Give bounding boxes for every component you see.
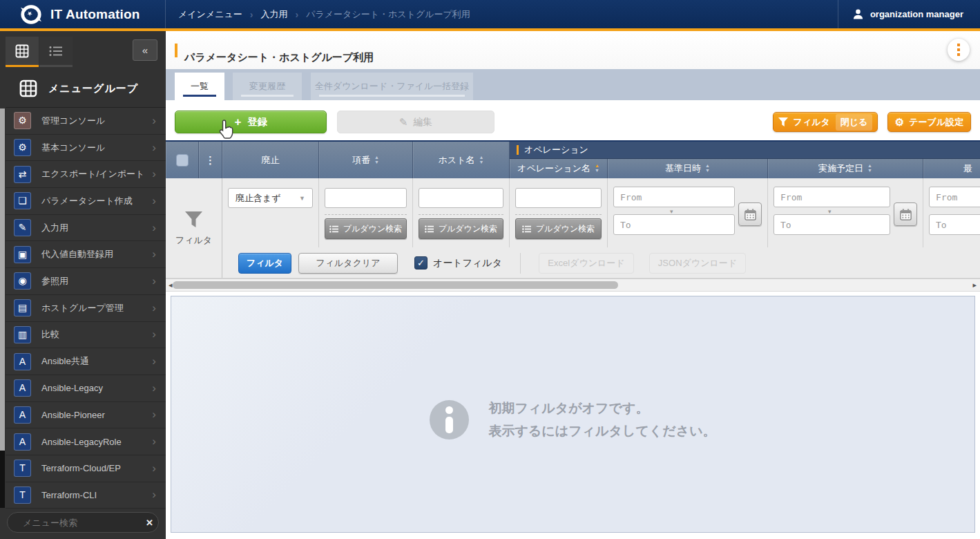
filter-toggle-button[interactable]: フィルタ 閉じる (773, 112, 878, 132)
tab-bulk-download-register[interactable]: 全件ダウンロード・ファイル一括登録 (311, 73, 473, 100)
column-header-host-name[interactable]: ホスト名 ▲▼ (413, 142, 510, 178)
pencil-icon: ✎ (14, 219, 31, 236)
sidebar-item-basic-console[interactable]: ⚙ 基本コンソール › (6, 135, 166, 162)
base-datetime-to-input[interactable] (613, 214, 735, 235)
json-download-button[interactable]: JSONダウンロード (649, 253, 746, 274)
scheduled-date-to-input[interactable] (774, 214, 890, 235)
scrollbar-thumb[interactable] (173, 281, 618, 289)
column-header-item-number[interactable]: 項番 ▲▼ (319, 142, 413, 178)
sort-icons[interactable]: ▲▼ (479, 155, 483, 165)
last-updated-from-input[interactable] (929, 187, 980, 207)
sidebar-scrollbar-thumb[interactable] (0, 108, 5, 451)
table-header: ⋮ 廃止 項番 ▲▼ ホスト名 ▲▼ オペレーション オペレーショ (166, 140, 980, 178)
sidebar-item-sheet-create[interactable]: ❏ パラメータシート作成 › (6, 188, 166, 215)
sidebar-item-ansible-common[interactable]: A Ansible共通 › (6, 348, 166, 375)
calendar-button[interactable] (738, 202, 762, 226)
sort-icons[interactable]: ▲▼ (595, 164, 599, 173)
filter-apply-button[interactable]: フィルタ (238, 253, 291, 274)
breadcrumb-main-menu[interactable]: メインメニュー (178, 8, 242, 21)
register-button[interactable]: + 登録 (175, 111, 327, 133)
sidebar-item-substitution-auto-reg[interactable]: ▣ 代入値自動登録用 › (6, 241, 166, 268)
sidebar-item-input[interactable]: ✎ 入力用 › (6, 215, 166, 242)
select-all-checkbox[interactable] (176, 154, 189, 167)
sidebar-item-admin-console[interactable]: ⚙ 管理コンソール › (6, 108, 166, 135)
chevron-right-icon: › (152, 114, 156, 128)
sidebar-scrollbar[interactable] (0, 108, 5, 508)
content-tab-bar: 一覧 変更履歴 全件ダウンロード・ファイル一括登録 (166, 69, 980, 100)
row-menu-column[interactable]: ⋮ (199, 142, 222, 178)
breadcrumb-input[interactable]: 入力用 (261, 8, 288, 21)
scroll-left-icon[interactable]: ◂ (169, 281, 173, 290)
sidebar-item-terraform-cloud-ep[interactable]: T Terraform-Cloud/EP › (6, 455, 166, 482)
column-header-scheduled-date[interactable]: 実施予定日 ▲▼ (768, 159, 923, 178)
tab-change-history[interactable]: 変更履歴 (233, 73, 302, 100)
column-header-last-truncated[interactable]: 最 (923, 159, 980, 178)
sort-icons[interactable]: ▲▼ (867, 164, 872, 173)
filter-close-segment[interactable]: 閉じる (836, 114, 873, 131)
sidebar-item-ansible-legacyrole[interactable]: A Ansible-LegacyRole › (6, 428, 166, 455)
table-setting-button[interactable]: ⚙ テーブル設定 (887, 112, 971, 132)
pulldown-search-button[interactable]: プルダウン検索 (515, 218, 602, 239)
sidebar-item-hostgroup-mgmt[interactable]: ▤ ホストグループ管理 › (6, 295, 166, 322)
column-header-base-datetime[interactable]: 基準日時 ▲▼ (608, 159, 768, 178)
ansible-icon: A (14, 433, 31, 451)
sidebar-collapse-button[interactable]: « (133, 39, 157, 61)
scroll-right-icon[interactable]: ▸ (972, 281, 977, 290)
clear-search-icon[interactable]: ✕ (146, 518, 153, 528)
page-menu-button[interactable] (948, 39, 970, 61)
app-logo[interactable]: IT Automation (0, 0, 166, 28)
sidebar-item-terraform-cli[interactable]: T Terraform-CLI › (6, 482, 166, 509)
filter-cell-host-name: プルダウン検索 (413, 178, 510, 247)
sort-desc-icon: ▼ (479, 160, 483, 165)
filter-row: フィルタ 廃止含まず ▼ (166, 178, 980, 278)
chevron-right-icon: › (296, 9, 299, 20)
sort-icons[interactable]: ▲▼ (374, 155, 379, 165)
column-header-discard[interactable]: 廃止 (222, 142, 319, 178)
list-icon (522, 225, 531, 233)
column-header-operation-name[interactable]: オペレーション名 ▲▼ (510, 159, 608, 178)
sidebar-tab-menu-list[interactable] (39, 37, 73, 67)
autofilter-checkbox[interactable]: ✓ (414, 256, 427, 270)
sort-desc-icon: ▼ (705, 169, 710, 173)
pulldown-search-button[interactable]: プルダウン検索 (419, 218, 503, 239)
user-menu[interactable]: organization manager (838, 0, 980, 28)
sort-icons[interactable]: ▲▼ (705, 164, 710, 173)
sidebar-item-export-import[interactable]: ⇄ エクスポート/インポート › (6, 161, 166, 188)
funnel-icon (778, 117, 788, 126)
menu-search: ✕ (7, 512, 159, 533)
menu-search-input[interactable] (21, 517, 146, 529)
operation-name-filter-input[interactable] (515, 188, 602, 208)
sidebar-item-compare[interactable]: ▥ 比較 › (6, 322, 166, 349)
sidebar-item-ansible-legacy[interactable]: A Ansible-Legacy › (6, 375, 166, 402)
result-panel: 初期フィルタがオフです。 表示するにはフィルタしてください。 (171, 296, 975, 533)
filter-cell-scheduled-date: ▾ (768, 178, 923, 247)
autofilter-label: オートフィルタ (433, 257, 502, 270)
compare-icon: ▥ (14, 326, 31, 343)
pulldown-search-button[interactable]: プルダウン検索 (325, 218, 407, 239)
operation-group-band: オペレーション (510, 142, 980, 159)
kebab-dots-icon (957, 44, 960, 46)
filter-cell-operation-name: プルダウン検索 (510, 178, 608, 247)
hostgroup-icon: ▤ (14, 299, 31, 316)
message-line-1: 初期フィルタがオフです。 (488, 397, 715, 419)
calendar-button[interactable] (894, 202, 917, 226)
terraform-icon: T (14, 486, 31, 504)
last-updated-to-input[interactable] (929, 214, 980, 235)
check-icon: ✓ (417, 258, 425, 268)
filter-clear-button[interactable]: フィルタクリア (298, 253, 398, 274)
scheduled-date-from-input[interactable] (774, 187, 890, 207)
list-icon (425, 225, 434, 233)
item-number-filter-input[interactable] (325, 188, 407, 208)
excel-download-button[interactable]: Excelダウンロード (539, 253, 634, 274)
tab-list[interactable]: 一覧 (175, 73, 224, 100)
host-name-filter-input[interactable] (419, 188, 503, 208)
discard-filter-select[interactable]: 廃止含まず ▼ (228, 188, 313, 208)
title-accent-bar (175, 44, 177, 57)
edit-button[interactable]: ✎ 編集 (337, 111, 494, 133)
base-datetime-from-input[interactable] (613, 187, 735, 207)
horizontal-scrollbar[interactable]: ◂ ▸ (166, 278, 980, 292)
select-all-cell (166, 142, 199, 178)
sidebar-tab-menu-groups[interactable] (6, 37, 39, 67)
sidebar-item-ansible-pioneer[interactable]: A Ansible-Pioneer › (6, 402, 166, 429)
sidebar-item-reference[interactable]: ◉ 参照用 › (6, 268, 166, 295)
